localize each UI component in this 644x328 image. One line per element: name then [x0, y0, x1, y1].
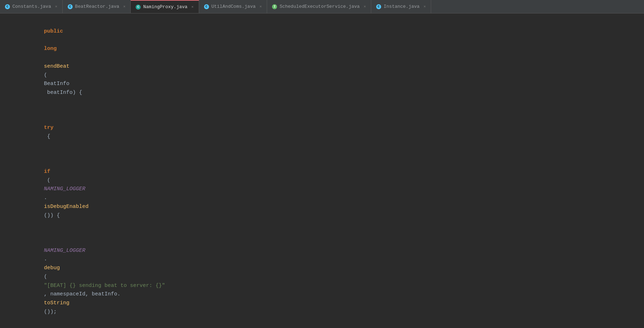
- code-line-debug: NAMING_LOGGER . debug ( "[BEAT] {} sendi…: [0, 229, 644, 325]
- param-type: BeatInfo: [44, 81, 69, 87]
- tab-label-instance: Instance.java: [384, 4, 419, 9]
- keyword-try: try: [44, 125, 53, 131]
- line-content: try {: [25, 106, 637, 150]
- method-debug: debug: [44, 265, 60, 271]
- keyword-public: public: [44, 28, 63, 34]
- tab-beatreactor[interactable]: C BeatReactor.java ×: [63, 0, 131, 13]
- tab-close-namingproxy[interactable]: ×: [191, 5, 194, 9]
- tab-label-beatreactor: BeatReactor.java: [75, 4, 119, 9]
- tab-close-constants[interactable]: ×: [55, 5, 57, 9]
- keyword-if: if: [44, 169, 50, 175]
- code-line-close1: }: [0, 325, 644, 328]
- code-editor: public long sendBeat ( BeatInfo beatInfo…: [0, 13, 644, 328]
- line-content: }: [25, 325, 637, 328]
- tab-label-constants: Constants.java: [12, 4, 51, 9]
- line-content: if ( NAMING_LOGGER . isDebugEnabled ()) …: [25, 150, 637, 229]
- tab-icon-beatreactor: C: [68, 4, 73, 9]
- tab-bar: C Constants.java × C BeatReactor.java × …: [0, 0, 644, 13]
- line-content: NAMING_LOGGER . debug ( "[BEAT] {} sendi…: [25, 229, 637, 325]
- tab-icon-constants: C: [5, 4, 10, 9]
- line-content: public long sendBeat ( BeatInfo beatInfo…: [25, 18, 637, 106]
- tab-close-instance[interactable]: ×: [423, 5, 426, 9]
- method-tostring: toString: [44, 300, 69, 306]
- tab-scheduledexecutor[interactable]: I ScheduledExecutorService.java ×: [267, 0, 371, 13]
- keyword-long: long: [44, 46, 57, 52]
- tab-close-scheduledexecutor[interactable]: ×: [363, 5, 366, 9]
- const-naming-logger: NAMING_LOGGER: [44, 186, 85, 192]
- method-name: sendBeat: [44, 63, 69, 69]
- tab-namingproxy[interactable]: C NamingProxy.java ×: [131, 0, 199, 13]
- tab-constants[interactable]: C Constants.java ×: [0, 0, 63, 13]
- tab-label-scheduledexecutor: ScheduledExecutorService.java: [279, 4, 360, 9]
- tab-close-beatreactor[interactable]: ×: [123, 5, 126, 9]
- tab-close-utilandcoms[interactable]: ×: [260, 5, 262, 9]
- const-naming-logger2: NAMING_LOGGER: [44, 248, 85, 254]
- tab-icon-scheduledexecutor: I: [272, 4, 277, 9]
- tab-icon-utilandcoms: C: [204, 4, 209, 9]
- string-debug: "[BEAT] {} sending beat to server: {}": [44, 283, 165, 289]
- tab-utilandcoms[interactable]: C UtilAndComs.java ×: [199, 0, 267, 13]
- code-line-try: try {: [0, 106, 644, 150]
- tab-label-namingproxy: NamingProxy.java: [143, 4, 187, 10]
- tab-label-utilandcoms: UtilAndComs.java: [211, 4, 256, 9]
- code-line-1: public long sendBeat ( BeatInfo beatInfo…: [0, 18, 644, 106]
- tab-instance[interactable]: C Instance.java ×: [371, 0, 431, 13]
- tab-icon-namingproxy: C: [136, 5, 141, 10]
- tab-icon-instance: C: [376, 4, 381, 9]
- method-isdebug: isDebugEnabled: [44, 204, 89, 210]
- code-line-if: if ( NAMING_LOGGER . isDebugEnabled ()) …: [0, 150, 644, 229]
